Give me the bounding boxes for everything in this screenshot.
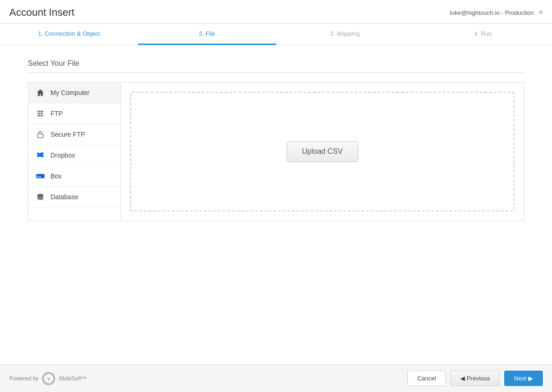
sidebar-label-secure-ftp: Secure FTP: [51, 131, 85, 138]
next-button[interactable]: Next ▶: [504, 371, 543, 386]
powered-by-label: Powered by: [9, 375, 38, 382]
sftp-icon: [36, 130, 45, 139]
sidebar-item-database[interactable]: Database: [28, 187, 121, 208]
step-4[interactable]: 4. Run: [414, 24, 552, 45]
steps-bar: 1. Connection & Object 2. File 3. Mappin…: [0, 24, 552, 45]
step-3[interactable]: 3. Mapping: [276, 24, 414, 45]
sidebar-item-secure-ftp[interactable]: Secure FTP: [28, 124, 121, 145]
sidebar-item-ftp[interactable]: FTP: [28, 103, 121, 124]
sidebar-label-dropbox: Dropbox: [51, 152, 75, 159]
previous-chevron-icon: ◀: [460, 375, 465, 382]
cancel-button[interactable]: Cancel: [407, 371, 445, 386]
file-panel: My Computer FTP Secure FTP: [28, 82, 524, 221]
page-title: Account Insert: [9, 6, 75, 19]
sidebar-item-box[interactable]: box Box: [28, 166, 121, 187]
mulesoft-logo: M: [42, 372, 55, 385]
ftp-icon: [36, 109, 45, 118]
sidebar-label-box: Box: [51, 172, 62, 180]
svg-rect-0: [38, 134, 44, 138]
home-icon: [36, 88, 45, 97]
header-user-info: luke@hightouch.io - Production ×: [450, 8, 543, 17]
database-icon: [36, 192, 45, 202]
box-icon: box: [36, 171, 45, 181]
previous-button[interactable]: ◀ Previous: [450, 371, 500, 386]
sidebar-item-my-computer[interactable]: My Computer: [28, 82, 121, 103]
main-content: Select Your File My Computer FTP: [0, 45, 552, 364]
step-1[interactable]: 1. Connection & Object: [0, 24, 138, 45]
sidebar-label-my-computer: My Computer: [51, 89, 89, 96]
footer: Powered by M MuleSoft™ Cancel ◀ Previous…: [0, 364, 552, 392]
upload-csv-button[interactable]: Upload CSV: [286, 141, 358, 162]
next-chevron-icon: ▶: [528, 375, 533, 382]
mulesoft-label: MuleSoft™: [59, 375, 86, 382]
file-sidebar: My Computer FTP Secure FTP: [28, 82, 121, 221]
svg-text:M: M: [48, 377, 50, 380]
user-label: luke@hightouch.io - Production: [450, 9, 534, 16]
footer-actions: Cancel ◀ Previous Next ▶: [407, 371, 543, 386]
svg-text:box: box: [37, 175, 42, 178]
section-title: Select Your File: [28, 59, 524, 73]
sidebar-label-database: Database: [51, 193, 78, 201]
drop-zone[interactable]: Upload CSV: [130, 92, 514, 211]
close-icon[interactable]: ×: [539, 8, 543, 17]
sidebar-label-ftp: FTP: [51, 110, 63, 117]
sidebar-item-dropbox[interactable]: Dropbox: [28, 145, 121, 166]
step-2[interactable]: 2. File: [138, 24, 276, 45]
header: Account Insert luke@hightouch.io - Produ…: [0, 0, 552, 24]
dropbox-icon: [36, 151, 45, 160]
powered-by: Powered by M MuleSoft™: [9, 372, 87, 385]
